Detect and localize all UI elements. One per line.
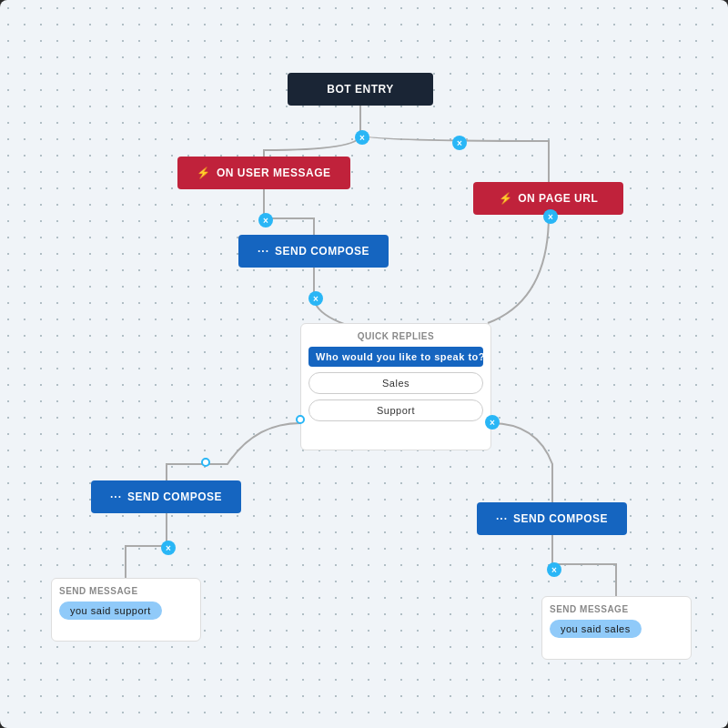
send-compose-1-label: SEND COMPOSE: [275, 245, 369, 258]
quick-replies-node[interactable]: QUICK REPLIES Who would you like to spea…: [300, 323, 491, 450]
send-compose-3-label: SEND COMPOSE: [513, 512, 608, 525]
quick-replies-question[interactable]: Who would you like to speak to?: [308, 347, 483, 367]
send-message-1-bubble: you said support: [59, 602, 162, 620]
lightning-icon-1: ⚡: [197, 167, 211, 179]
send-message-2-bubble: you said sales: [550, 620, 642, 638]
ellipsis-icon-2: ···: [110, 490, 122, 503]
on-user-message-label: ON USER MESSAGE: [217, 167, 331, 179]
bot-entry-node[interactable]: BOT ENTRY: [288, 73, 433, 106]
send-compose-2-label: SEND COMPOSE: [127, 490, 222, 503]
send-compose-2-node[interactable]: ··· SEND COMPOSE: [91, 480, 241, 513]
flow-canvas: × × × × × × × × BOT ENTRY ⚡ ON USER MESS…: [0, 0, 728, 728]
connector-split-left[interactable]: ×: [258, 213, 273, 228]
bot-entry-label: BOT ENTRY: [327, 83, 393, 96]
connector-send-compose-3-bottom[interactable]: ×: [547, 562, 561, 577]
quick-replies-option-sales[interactable]: Sales: [308, 372, 483, 394]
connector-send-compose-2-bottom[interactable]: ×: [161, 541, 176, 555]
connector-on-page-url-bottom[interactable]: ×: [543, 209, 558, 224]
quick-replies-option-support[interactable]: Support: [308, 399, 483, 421]
connector-dot-1: [201, 458, 210, 467]
lightning-icon-2: ⚡: [499, 192, 513, 205]
connector-split-right[interactable]: ×: [452, 136, 467, 150]
send-message-1-title: SEND MESSAGE: [59, 586, 138, 596]
connector-send-compose-1-bottom[interactable]: ×: [308, 291, 323, 306]
on-page-url-label: ON PAGE URL: [518, 192, 598, 205]
connector-qr-left: [296, 415, 305, 424]
send-compose-3-node[interactable]: ··· SEND COMPOSE: [477, 502, 627, 535]
send-message-1-node[interactable]: SEND MESSAGE you said support: [51, 578, 201, 642]
send-compose-1-node[interactable]: ··· SEND COMPOSE: [238, 235, 389, 268]
connector-qr-right[interactable]: ×: [485, 415, 500, 430]
connector-bot-entry-bottom[interactable]: ×: [355, 130, 369, 145]
ellipsis-icon-1: ···: [258, 245, 269, 258]
send-message-2-node[interactable]: SEND MESSAGE you said sales: [541, 596, 692, 660]
send-message-2-title: SEND MESSAGE: [550, 604, 629, 614]
on-user-message-node[interactable]: ⚡ ON USER MESSAGE: [177, 157, 350, 189]
quick-replies-title: QUICK REPLIES: [308, 331, 483, 341]
ellipsis-icon-3: ···: [496, 512, 508, 525]
